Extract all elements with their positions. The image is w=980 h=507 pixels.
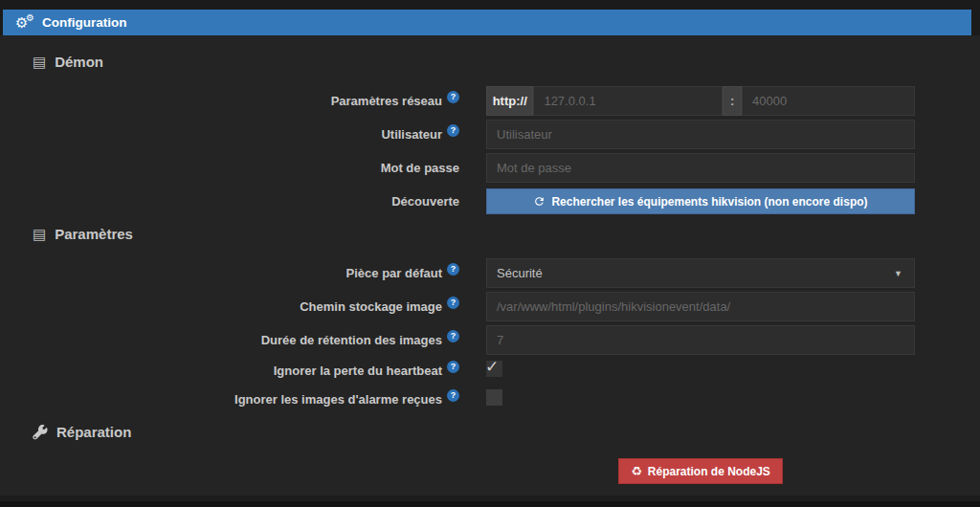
wrench-icon <box>33 425 48 440</box>
default-room-row: Pièce par défaut ? Sécurité ▼ <box>0 258 980 288</box>
repair-nodejs-label: Réparation de NodeJS <box>648 465 770 478</box>
check-icon: ✓ <box>485 357 499 377</box>
top-spacer <box>0 0 980 10</box>
ignore-heartbeat-help-icon[interactable]: ? <box>447 361 459 373</box>
repair-nodejs-button[interactable]: ♻ Réparation de NodeJS <box>618 458 783 484</box>
default-room-help-icon[interactable]: ? <box>447 263 459 276</box>
repair-button-row: ♻ Réparation de NodeJS <box>0 456 980 486</box>
configuration-page: ⚙ ⚙ Configuration ▤ Démon Paramètres rés… <box>0 0 980 507</box>
retention-input[interactable] <box>486 325 915 355</box>
bottom-edge <box>0 501 980 507</box>
search-devices-label: Rechercher les équipements hikvision (no… <box>551 195 867 209</box>
user-label: Utilisateur <box>381 127 442 142</box>
ignore-alarm-images-help-icon[interactable]: ? <box>447 389 459 402</box>
user-row: Utilisateur ? <box>0 120 980 149</box>
configuration-panel: ▤ Démon Paramètres réseau ? http:// : <box>0 35 980 496</box>
default-room-value: Sécurité <box>497 266 894 280</box>
user-input[interactable] <box>486 120 915 149</box>
image-path-input[interactable] <box>486 292 915 321</box>
ignore-heartbeat-checkbox[interactable]: ✓ <box>486 361 502 377</box>
section-parameters-title: Paramètres <box>55 226 133 242</box>
ignore-alarm-images-row: Ignorer les images d'alarme reçues ? ✓ <box>0 387 980 410</box>
chevron-down-icon: ▼ <box>894 269 902 278</box>
retention-row: Durée de rétention des images ? <box>0 325 980 355</box>
default-room-select[interactable]: Sécurité ▼ <box>486 258 915 288</box>
port-separator: : <box>723 86 742 116</box>
password-label: Mot de passe <box>381 161 459 175</box>
gears-icon: ⚙ ⚙ <box>15 14 36 32</box>
network-row: Paramètres réseau ? http:// : <box>0 86 980 116</box>
page-header: ⚙ ⚙ Configuration <box>3 10 971 35</box>
discovery-label: Découverte <box>391 194 459 209</box>
recycle-icon: ♻ <box>631 464 642 478</box>
protocol-addon: http:// <box>486 86 533 116</box>
image-path-row: Chemin stockage image ? <box>0 292 980 321</box>
ip-input[interactable] <box>533 86 723 116</box>
section-parameters: ▤ Paramètres <box>33 225 980 243</box>
network-help-icon[interactable]: ? <box>447 91 459 103</box>
image-path-help-icon[interactable]: ? <box>447 297 459 309</box>
retention-help-icon[interactable]: ? <box>447 330 459 342</box>
default-room-label: Pièce par défaut <box>346 266 442 280</box>
discovery-row: Découverte Rechercher les équipements hi… <box>0 187 980 216</box>
list-icon: ▤ <box>33 226 46 242</box>
ignore-alarm-images-checkbox[interactable]: ✓ <box>486 389 502 406</box>
section-repair: Réparation <box>33 423 980 441</box>
ignore-heartbeat-label: Ignorer la perte du heartbeat <box>274 364 442 378</box>
retention-label: Durée de rétention des images <box>261 333 442 347</box>
section-daemon: ▤ Démon <box>33 53 980 71</box>
list-icon: ▤ <box>33 54 46 70</box>
user-help-icon[interactable]: ? <box>447 124 459 137</box>
section-repair-title: Réparation <box>56 424 131 440</box>
network-label: Paramètres réseau <box>331 94 442 108</box>
password-row: Mot de passe <box>0 153 980 183</box>
image-path-label: Chemin stockage image <box>300 299 442 314</box>
port-input[interactable] <box>742 86 915 116</box>
ignore-alarm-images-label: Ignorer les images d'alarme reçues <box>234 392 442 407</box>
search-devices-button[interactable]: Rechercher les équipements hikvision (no… <box>486 188 915 214</box>
ignore-heartbeat-row: Ignorer la perte du heartbeat ? ✓ <box>0 359 980 382</box>
password-input[interactable] <box>486 153 915 183</box>
page-title: Configuration <box>42 15 126 30</box>
refresh-icon <box>533 195 546 208</box>
section-daemon-title: Démon <box>55 54 103 70</box>
